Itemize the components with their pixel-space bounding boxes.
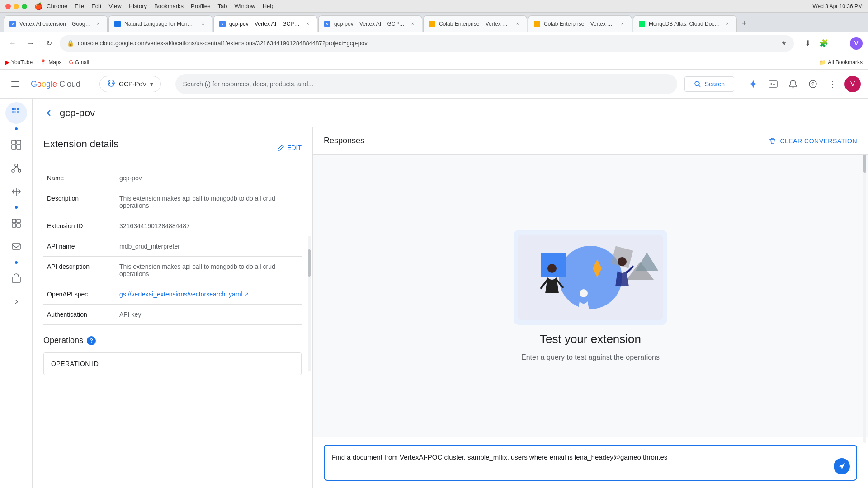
help-icon[interactable]: ?: [805, 76, 821, 92]
extensions-icon[interactable]: 🧩: [817, 37, 830, 50]
search-button[interactable]: Search: [684, 76, 734, 92]
tab-colab-2[interactable]: Colab Enterprise – Vertex AI... ×: [528, 15, 632, 32]
mac-menu-edit[interactable]: Edit: [91, 3, 101, 9]
send-button[interactable]: [834, 458, 850, 474]
field-label: Name: [43, 168, 116, 188]
field-label: Description: [43, 188, 116, 216]
maps-icon: 📍: [40, 59, 47, 66]
mac-menu-bookmarks[interactable]: Bookmarks: [154, 3, 184, 9]
right-panel-scrollbar[interactable]: [863, 155, 866, 443]
new-tab-button[interactable]: +: [738, 17, 750, 30]
address-bar[interactable]: 🔒 console.cloud.google.com/vertex-ai/loc…: [60, 35, 794, 52]
downloads-icon[interactable]: ⬇: [801, 37, 814, 50]
field-value: gs://vertexai_extensions/vectorsearch.ya…: [116, 284, 302, 305]
mac-menu-chrome[interactable]: Chrome: [47, 3, 67, 9]
tab-close-btn[interactable]: ×: [619, 20, 626, 28]
mac-menu-window[interactable]: Window: [234, 3, 255, 9]
tab-gcp-pov-1[interactable]: V gcp-pov – Vertex AI – GCP-P... ×: [213, 15, 317, 32]
user-avatar[interactable]: V: [844, 76, 861, 92]
scrollbar[interactable]: [308, 236, 311, 371]
project-name: GCP-PoV: [119, 80, 146, 88]
nav-item-messaging[interactable]: [5, 236, 27, 258]
mac-menu-tab[interactable]: Tab: [217, 3, 227, 9]
edit-button[interactable]: EDIT: [277, 144, 302, 151]
table-row: Name gcp-pov: [43, 168, 302, 188]
field-value: API key: [116, 305, 302, 325]
field-label: Authentication: [43, 305, 116, 325]
mac-window-controls[interactable]: [5, 4, 27, 9]
tab-title: gcp-pov – Vertex AI – GCP-P...: [229, 21, 301, 27]
bookmarks-folder-label: All Bookmarks: [828, 59, 863, 66]
notifications-icon[interactable]: [785, 76, 801, 92]
field-label: OpenAPI spec: [43, 284, 116, 305]
nav-item-marketplace[interactable]: [5, 267, 27, 289]
terminal-icon[interactable]: [765, 76, 781, 92]
svg-text:Google
         Cloud: Google Cloud: [31, 80, 80, 89]
field-value: gcp-pov: [116, 168, 302, 188]
nav-item-dashboard[interactable]: [5, 134, 27, 155]
mac-menu-file[interactable]: File: [75, 3, 84, 9]
tab-title: Natural Language for Mongo...: [124, 21, 196, 27]
mac-menu-help[interactable]: Help: [263, 3, 275, 9]
trash-icon: [768, 137, 776, 145]
mac-menu-profiles[interactable]: Profiles: [191, 3, 210, 9]
forward-button[interactable]: →: [24, 36, 38, 51]
svg-rect-20: [12, 140, 16, 144]
table-row: API name mdb_crud_interpreter: [43, 236, 302, 257]
responses-header: Responses CLEAR CONVERSATION: [313, 127, 868, 155]
mac-menu-view[interactable]: View: [109, 3, 122, 9]
tab-close-btn[interactable]: ×: [514, 20, 521, 28]
tab-mongodb[interactable]: MongoDB Atlas: Cloud Docu... ×: [633, 15, 737, 32]
svg-rect-34: [12, 277, 20, 282]
tab-gcp-pov-2[interactable]: V gcp-pov – Vertex AI – GCP-P... ×: [318, 15, 422, 32]
mac-menu-history[interactable]: History: [129, 3, 147, 9]
bookmark-gmail[interactable]: G Gmail: [69, 59, 90, 66]
all-bookmarks-folder[interactable]: 📁 All Bookmarks: [819, 59, 863, 66]
query-input-box[interactable]: Find a document from VertexAI-POC cluste…: [324, 445, 857, 481]
chrome-profile-button[interactable]: V: [850, 37, 863, 50]
nav-item-vertex[interactable]: [5, 102, 27, 124]
nav-item-models[interactable]: [5, 157, 27, 179]
svg-point-43: [618, 257, 627, 266]
operation-id-column: OPERATION ID: [51, 360, 99, 367]
tab-close-btn[interactable]: ×: [724, 20, 731, 28]
tab-vertex-ext[interactable]: V Vertex AI extension – Google... ×: [4, 15, 108, 32]
svg-text:?: ?: [811, 81, 815, 88]
gcp-search-bar[interactable]: Search (/) for resources, docs, products…: [175, 74, 677, 94]
tab-close-btn[interactable]: ×: [199, 20, 207, 28]
field-value: This extension makes api call to mongodb…: [116, 257, 302, 284]
refresh-button[interactable]: ↻: [42, 36, 56, 51]
details-table: Name gcp-pov Description This extension …: [43, 168, 302, 325]
tab-title: MongoDB Atlas: Cloud Docu...: [649, 21, 720, 27]
clear-conversation-button[interactable]: CLEAR CONVERSATION: [768, 137, 857, 145]
svg-rect-32: [17, 224, 20, 227]
hamburger-menu[interactable]: [7, 76, 24, 92]
svg-point-11: [793, 87, 794, 88]
nav-item-collapse[interactable]: [5, 291, 27, 313]
gemini-icon[interactable]: [745, 76, 761, 92]
nav-item-extensions[interactable]: [5, 212, 27, 234]
back-button[interactable]: ←: [5, 36, 20, 51]
tab-colab-1[interactable]: Colab Enterprise – Vertex AI... ×: [423, 15, 527, 32]
tab-close-btn[interactable]: ×: [409, 20, 416, 28]
mac-close-btn[interactable]: [5, 4, 11, 9]
nav-item-pipelines[interactable]: [5, 181, 27, 202]
tab-close-btn[interactable]: ×: [304, 20, 311, 28]
tab-nl-mongo[interactable]: Natural Language for Mongo... ×: [108, 15, 212, 32]
more-icon[interactable]: ⋮: [834, 37, 846, 50]
mac-maximize-btn[interactable]: [22, 4, 27, 9]
operations-help-icon[interactable]: ?: [87, 336, 96, 345]
back-button[interactable]: [43, 108, 54, 118]
bookmark-maps[interactable]: 📍 Maps: [40, 59, 61, 66]
svg-rect-2: [11, 86, 19, 87]
mac-minimize-btn[interactable]: [14, 4, 19, 9]
field-label: API description: [43, 257, 116, 284]
more-options-icon[interactable]: ⋮: [825, 76, 841, 92]
svg-point-7: [695, 81, 699, 86]
tab-close-btn[interactable]: ×: [94, 20, 102, 28]
project-selector[interactable]: GCP-PoV ▾: [99, 76, 161, 92]
panels: Extension details EDIT Name gcp-pov Desc…: [33, 127, 868, 488]
bookmark-youtube[interactable]: ▶ YouTube: [5, 59, 33, 66]
openapi-spec-link[interactable]: gs://vertexai_extensions/vectorsearch.ya…: [119, 291, 298, 298]
mac-menu: Chrome File Edit View History Bookmarks …: [47, 3, 274, 9]
